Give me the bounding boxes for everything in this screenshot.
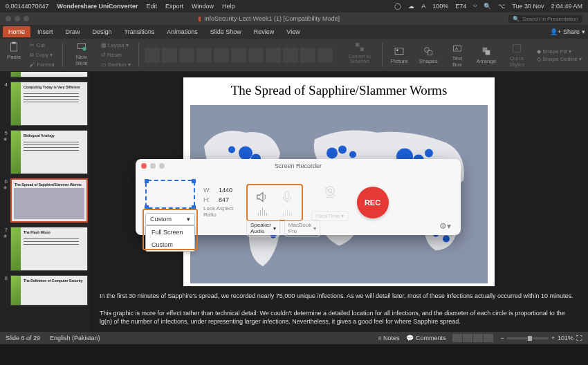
lock-aspect-label[interactable]: Lock Aspect Ratio <box>203 206 238 218</box>
new-slide-label: New Slide <box>71 54 92 66</box>
chevron-down-icon: ▾ <box>313 225 316 232</box>
webcam-icon[interactable]: FaceTime ▾ <box>311 185 349 221</box>
capture-mode-dropdown[interactable]: Custom▾ Full Screen Custom <box>145 213 195 225</box>
chevron-down-icon: ▾ <box>273 225 276 232</box>
speaker-audio-icon[interactable] <box>255 189 270 216</box>
svg-rect-4 <box>356 43 359 46</box>
menu-export[interactable]: Export <box>165 3 183 10</box>
capture-mode-menu: Full Screen Custom <box>145 225 195 252</box>
recorder-settings-button[interactable]: ⚙▾ <box>439 221 451 231</box>
tab-view[interactable]: View <box>281 26 305 37</box>
tab-animations[interactable]: Animations <box>161 26 203 37</box>
arrange-icon <box>481 46 492 57</box>
section-button[interactable]: ▭Section▾ <box>99 61 133 68</box>
share-button[interactable]: 👤+ Share ▾ <box>550 28 585 35</box>
wifi-icon: ⌔ <box>473 3 477 10</box>
speaker-notes[interactable]: In the first 30 minutes of Sapphire's sp… <box>90 286 588 332</box>
traffic-lights[interactable] <box>6 16 29 21</box>
svg-point-3 <box>82 47 86 50</box>
paste-label: Paste <box>7 54 21 60</box>
tab-transitions[interactable]: Transitions <box>119 26 160 37</box>
slide-thumb-8[interactable]: The Definition of Computer Security <box>10 275 88 306</box>
smartart-icon <box>354 41 365 53</box>
capture-area-preview[interactable] <box>145 180 195 209</box>
slide-thumb-7[interactable]: The Flash Worm <box>10 227 88 271</box>
height-label: H: <box>203 196 213 203</box>
mode-option-custom[interactable]: Custom <box>146 238 194 251</box>
thumbnail-sidebar[interactable]: 4Computing Today is Very Different 5★Bio… <box>0 72 90 332</box>
paste-button[interactable]: Paste <box>4 40 24 70</box>
cut-button[interactable]: ✂Cut <box>28 41 56 49</box>
picture-button[interactable]: Picture <box>388 44 411 66</box>
ribbon: Paste ✂Cut ⧉Copy▾ 🖌Format New Slide ▦Lay… <box>0 39 588 72</box>
speaker-select[interactable]: Speaker Audio▾ <box>246 220 280 236</box>
mic-audio-icon[interactable] <box>279 189 295 216</box>
view-buttons[interactable] <box>452 334 493 342</box>
quickstyles-button[interactable]: Quick Styles <box>504 41 529 69</box>
textbox-button[interactable]: AText Box <box>446 41 468 69</box>
presentation-search[interactable]: 🔍 Search in Presentation <box>508 15 582 23</box>
new-slide-icon <box>76 41 87 53</box>
shapes-label: Shapes <box>419 58 438 64</box>
slide-title: The Spread of Sapphire/Slammer Worms <box>183 83 495 98</box>
convert-smartart-button[interactable]: Convert to SmartArt <box>343 40 376 70</box>
fit-icon[interactable]: ⛶ <box>576 335 582 341</box>
menu-edit[interactable]: Edit <box>146 3 157 10</box>
zoom-slider[interactable] <box>507 337 549 339</box>
recorder-title: Screen Recorder <box>275 162 322 169</box>
thumb-num: 8 <box>2 275 8 306</box>
svg-text:A: A <box>455 46 458 50</box>
record-button[interactable]: REC <box>357 187 389 218</box>
picture-icon <box>394 46 405 57</box>
svg-point-25 <box>425 149 433 158</box>
thumb-num: 7★ <box>2 227 8 271</box>
svg-rect-13 <box>486 50 490 55</box>
capture-mode-value: Custom <box>150 216 172 223</box>
tab-insert[interactable]: Insert <box>32 26 59 37</box>
camera-select[interactable]: FaceTime ▾ <box>311 211 349 221</box>
height-value[interactable]: 847 <box>219 196 229 203</box>
picture-label: Picture <box>391 58 408 64</box>
copy-button[interactable]: ⧉Copy▾ <box>28 51 56 59</box>
slide-thumb-4[interactable]: Computing Today is Very Different <box>10 82 88 126</box>
notes-toggle[interactable]: ≡ Notes <box>378 335 399 341</box>
reset-button[interactable]: ↺Reset <box>99 51 133 59</box>
tab-draw[interactable]: Draw <box>60 26 86 37</box>
svg-rect-32 <box>285 191 289 199</box>
shape-outline-button[interactable]: ◇Shape Outline▾ <box>535 55 584 63</box>
layout-button[interactable]: ▦Layout▾ <box>99 41 133 49</box>
battery-pct: 100% <box>432 3 448 10</box>
arrange-button[interactable]: Arrange <box>474 44 499 66</box>
search-icon[interactable]: 🔍 <box>484 3 491 10</box>
dimension-inputs: W:1440 H:847 Lock Aspect Ratio <box>203 187 238 218</box>
new-slide-button[interactable]: New Slide <box>68 40 95 70</box>
shape-fill-button[interactable]: ◆Shape Fill▾ <box>535 48 584 55</box>
menu-window[interactable]: Window <box>192 3 214 10</box>
comments-toggle[interactable]: 💬 Comments <box>406 335 445 341</box>
svg-point-8 <box>425 48 430 53</box>
zoom-control[interactable]: − + 101% ⛶ <box>500 335 582 341</box>
svg-point-21 <box>338 146 347 154</box>
mode-option-fullscreen[interactable]: Full Screen <box>146 226 194 238</box>
control-center-icon[interactable]: ⌥ <box>498 3 505 10</box>
width-value[interactable]: 1440 <box>219 187 232 194</box>
recorder-traffic-lights[interactable] <box>141 163 165 169</box>
shapes-button[interactable]: Shapes <box>416 44 441 66</box>
slide-thumb-3[interactable] <box>10 72 88 77</box>
zoom-minus-icon[interactable]: − <box>500 335 504 341</box>
menu-help[interactable]: Help <box>222 3 235 10</box>
tab-slideshow[interactable]: Slide Show <box>205 26 247 37</box>
svg-point-34 <box>328 189 332 193</box>
tab-review[interactable]: Review <box>248 26 280 37</box>
format-button[interactable]: 🖌Format <box>28 61 56 68</box>
zoom-plus-icon[interactable]: + <box>551 335 555 341</box>
tab-design[interactable]: Design <box>87 26 118 37</box>
slide-thumb-5[interactable]: Biological Analogy <box>10 130 88 174</box>
tab-home[interactable]: Home <box>3 26 30 37</box>
svg-rect-1 <box>12 42 16 44</box>
mic-select[interactable]: MacBook Pro▾ <box>284 220 320 236</box>
doc-title: InfoSecurity-Lect-Week1 (1) [Compatibili… <box>204 15 340 22</box>
slide-thumb-6[interactable]: The Spread of Sapphire/Slammer Worms <box>10 178 88 223</box>
language-indicator[interactable]: English (Pakistan) <box>50 335 100 341</box>
svg-point-16 <box>239 147 252 160</box>
